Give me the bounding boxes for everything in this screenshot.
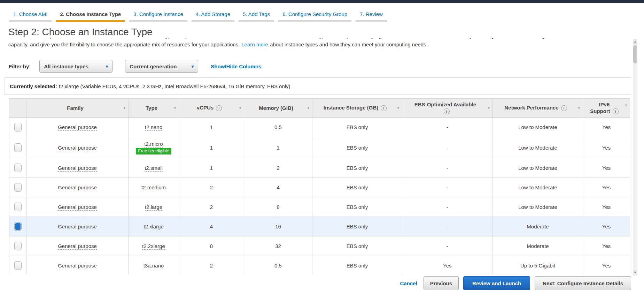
- family-label: General purpose: [58, 184, 97, 191]
- row-checkbox[interactable]: [14, 222, 22, 231]
- cell-ipv6: Yes: [583, 118, 630, 137]
- column-header-network[interactable]: Network Performancei▼: [493, 99, 583, 118]
- generation-filter-dropdown[interactable]: Current generation ▾: [125, 60, 198, 73]
- family-label: General purpose: [58, 224, 97, 230]
- cell-memory: 0.5: [244, 118, 312, 137]
- column-header-label: Memory (GiB): [259, 105, 293, 111]
- previous-button[interactable]: Previous: [424, 276, 459, 290]
- row-checkbox[interactable]: [14, 261, 22, 270]
- cell-type: t2.small: [129, 158, 179, 178]
- sort-icon[interactable]: ▼: [173, 106, 177, 110]
- learn-more-link[interactable]: Learn more: [241, 41, 268, 47]
- cell-type: t2.xlarge: [129, 217, 179, 236]
- sort-icon[interactable]: ▼: [577, 106, 581, 110]
- cell-memory: 1: [244, 137, 312, 158]
- instance-row-t2-small[interactable]: General purposet2.small12EBS only-Low to…: [9, 158, 630, 178]
- row-checkbox[interactable]: [14, 143, 22, 152]
- vertical-scrollbar[interactable]: ▲ ▼: [633, 39, 637, 275]
- column-header-family[interactable]: Family▼: [26, 99, 129, 118]
- cell-network: Low to Moderate: [493, 137, 583, 158]
- column-header-label: vCPUs: [197, 105, 214, 111]
- filter-by-label: Filter by:: [9, 63, 31, 69]
- column-header-label: EBS-Optimized Available: [414, 101, 476, 107]
- currently-selected-value: t2.xlarge (Variable ECUs, 4 vCPUs, 2.3 G…: [59, 83, 290, 89]
- cancel-link[interactable]: Cancel: [400, 280, 417, 286]
- cell-ebs_optimized: -: [402, 158, 493, 178]
- tab-choose-instance-type[interactable]: 2. Choose Instance Type: [56, 11, 125, 22]
- cell-storage: EBS only: [312, 197, 402, 217]
- cell-storage: EBS only: [312, 217, 402, 236]
- scroll-down-icon[interactable]: ▼: [633, 270, 637, 275]
- info-icon[interactable]: i: [216, 105, 222, 111]
- row-checkbox[interactable]: [14, 203, 22, 211]
- sort-icon[interactable]: ▼: [624, 104, 628, 107]
- column-header-label: Network Performance: [504, 105, 558, 111]
- instance-row-t2-2xlarge[interactable]: General purposet2.2xlarge832EBS only-Mod…: [9, 236, 630, 256]
- description-line2: capacity, and give you the flexibility t…: [8, 41, 240, 47]
- type-label: t2.nano: [145, 124, 162, 131]
- tab-choose-ami[interactable]: 1. Choose AMI: [9, 11, 52, 22]
- cell-memory: 16: [244, 217, 312, 236]
- generation-filter-value: Current generation: [130, 63, 177, 69]
- show-hide-columns-link[interactable]: Show/Hide Columns: [211, 63, 261, 69]
- cell-memory: 4: [244, 178, 312, 197]
- sort-icon[interactable]: ▼: [123, 106, 126, 110]
- cell-family: General purpose: [26, 256, 129, 274]
- column-header-memory[interactable]: Memory (GiB)▼: [244, 99, 312, 118]
- tab-add-tags[interactable]: 5. Add Tags: [239, 11, 274, 22]
- cell-memory: 2: [244, 158, 312, 178]
- row-checkbox[interactable]: [14, 242, 22, 250]
- cell-network: Up to 5 Gigabit: [493, 256, 583, 274]
- column-header-label: Support: [590, 108, 610, 114]
- column-header-ipv6[interactable]: IPv6Supporti▼: [583, 99, 630, 118]
- type-label: t2.micro: [144, 141, 163, 148]
- instance-row-t2-micro[interactable]: General purposet2.microFree tier eligibl…: [9, 137, 630, 158]
- sort-icon[interactable]: ▼: [307, 106, 310, 110]
- cell-vcpus: 2: [179, 256, 244, 274]
- instance-row-t2-xlarge[interactable]: General purposet2.xlarge416EBS only-Mode…: [9, 217, 630, 236]
- cell-memory: 0.5: [244, 256, 312, 274]
- cell-ipv6: Yes: [583, 256, 630, 274]
- sort-icon[interactable]: ▼: [487, 106, 490, 110]
- cell-ipv6: Yes: [583, 217, 630, 236]
- cell-memory: 8: [244, 197, 312, 217]
- family-label: General purpose: [58, 204, 97, 211]
- instance-row-t2-large[interactable]: General purposet2.large28EBS only-Low to…: [9, 197, 630, 217]
- cell-family: General purpose: [26, 158, 129, 178]
- info-icon[interactable]: i: [381, 105, 387, 111]
- instance-row-t3a-nano[interactable]: General purposet3a.nano20.5EBS onlyYesUp…: [9, 256, 630, 274]
- tab-review[interactable]: 7. Review: [356, 11, 387, 22]
- row-checkbox[interactable]: [14, 183, 22, 192]
- column-header-ebs_optimized[interactable]: EBS-Optimized Availablei▼: [402, 99, 493, 118]
- instance-family-filter-dropdown[interactable]: All instance types ▾: [39, 60, 112, 73]
- tab-configure-security-group[interactable]: 6. Configure Security Group: [278, 11, 351, 22]
- row-checkbox[interactable]: [14, 123, 22, 131]
- sort-icon[interactable]: ▼: [397, 106, 400, 110]
- column-header-type[interactable]: Type▼: [129, 99, 179, 118]
- cell-type: t2.microFree tier eligible: [129, 137, 179, 158]
- cell-select: [9, 236, 26, 256]
- cell-storage: EBS only: [312, 178, 402, 197]
- tab-configure-instance[interactable]: 3. Configure Instance: [129, 11, 187, 22]
- info-icon[interactable]: i: [613, 108, 619, 114]
- cell-vcpus: 2: [179, 197, 244, 217]
- cell-select: [9, 178, 26, 197]
- cell-ebs_optimized: -: [402, 178, 493, 197]
- column-header-vcpus[interactable]: vCPUsi▼: [179, 99, 244, 118]
- cell-ebs_optimized: -: [402, 217, 493, 236]
- review-and-launch-button[interactable]: Review and Launch: [463, 276, 530, 290]
- sort-icon[interactable]: ▼: [239, 106, 242, 110]
- next-configure-instance-button[interactable]: Next: Configure Instance Details: [535, 276, 631, 290]
- cell-ipv6: Yes: [583, 236, 630, 256]
- instance-row-t2-nano[interactable]: General purposet2.nano10.5EBS only-Low t…: [9, 118, 630, 137]
- cell-vcpus: 8: [179, 236, 244, 256]
- instance-row-t2-medium[interactable]: General purposet2.medium24EBS only-Low t…: [9, 178, 630, 197]
- cell-network: Low to Moderate: [493, 118, 583, 137]
- cell-select: [9, 197, 26, 217]
- column-header-storage[interactable]: Instance Storage (GB)i▼: [312, 99, 402, 118]
- row-checkbox[interactable]: [14, 164, 22, 172]
- cell-type: t2.medium: [129, 178, 179, 197]
- info-icon[interactable]: i: [561, 105, 567, 111]
- info-icon[interactable]: i: [444, 108, 450, 114]
- tab-add-storage[interactable]: 4. Add Storage: [192, 11, 234, 22]
